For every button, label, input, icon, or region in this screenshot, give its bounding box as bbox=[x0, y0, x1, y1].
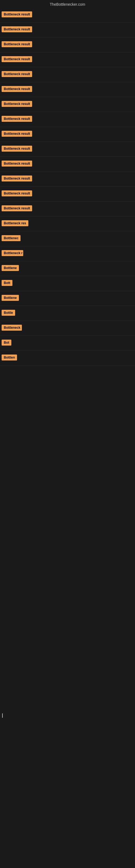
list-item: Bottleneck result bbox=[0, 187, 135, 202]
bottleneck-result-badge[interactable]: Bottleneck bbox=[2, 325, 22, 331]
list-item: Bottleneck result bbox=[0, 97, 135, 112]
list-item: Bottleneck result bbox=[0, 52, 135, 67]
list-item: Bottleneck result bbox=[0, 127, 135, 142]
list-item: Bottleneck result bbox=[0, 172, 135, 187]
bottleneck-result-badge[interactable]: Bottlen bbox=[2, 354, 17, 361]
list-item: Bottle bbox=[0, 306, 135, 321]
bottleneck-result-badge[interactable]: Bottlenec bbox=[2, 235, 20, 241]
list-item: Bottlen bbox=[0, 351, 135, 366]
list-item: Bottlenec bbox=[0, 231, 135, 246]
list-item: Bottleneck result bbox=[0, 112, 135, 127]
bottleneck-result-badge[interactable]: Bottleneck result bbox=[2, 56, 32, 62]
bottleneck-result-badge[interactable]: Bottleneck result bbox=[2, 176, 32, 182]
bottleneck-result-badge[interactable]: Bottleneck result bbox=[2, 161, 32, 166]
bottleneck-result-badge[interactable]: Bottleneck result bbox=[2, 190, 32, 196]
list-item: Bottlene bbox=[0, 291, 135, 306]
bottleneck-result-badge[interactable]: Bottleneck result bbox=[2, 205, 32, 211]
bottleneck-result-badge[interactable]: Bottlene bbox=[2, 265, 19, 271]
cursor-line bbox=[2, 713, 3, 718]
list-item: Bottleneck result bbox=[0, 23, 135, 37]
list-item: Bott bbox=[0, 276, 135, 291]
rows-container: Bottleneck resultBottleneck resultBottle… bbox=[0, 8, 135, 366]
list-item: Bottleneck result bbox=[0, 37, 135, 52]
bottleneck-result-badge[interactable]: Bottleneck result bbox=[2, 101, 32, 107]
bottleneck-result-badge[interactable]: Bottleneck result bbox=[2, 71, 32, 77]
bottleneck-result-badge[interactable]: Bottleneck result bbox=[2, 116, 32, 122]
list-item: Bottlene bbox=[0, 261, 135, 276]
bottleneck-result-badge[interactable]: Bottleneck result bbox=[2, 41, 32, 47]
list-item: Bottleneck result bbox=[0, 82, 135, 97]
list-item: Bottleneck result bbox=[0, 67, 135, 82]
bottleneck-result-badge[interactable]: Bottleneck res bbox=[2, 220, 28, 226]
bottleneck-result-badge[interactable]: Bottleneck r bbox=[2, 250, 23, 256]
list-item: Bottleneck res bbox=[0, 216, 135, 231]
bottleneck-result-badge[interactable]: Bottleneck result bbox=[2, 146, 32, 152]
list-item: Bottleneck result bbox=[0, 8, 135, 23]
site-title: TheBottlenecker.com bbox=[0, 0, 135, 8]
bottleneck-result-badge[interactable]: Bottle bbox=[2, 310, 15, 316]
list-item: Bottleneck result bbox=[0, 202, 135, 216]
bottleneck-result-badge[interactable]: Bott bbox=[2, 280, 12, 286]
list-item: Bottleneck r bbox=[0, 246, 135, 261]
bottleneck-result-badge[interactable]: Bottleneck result bbox=[2, 26, 32, 32]
list-item: Bottleneck bbox=[0, 321, 135, 336]
bottleneck-result-badge[interactable]: Bottleneck result bbox=[2, 131, 32, 137]
bottleneck-result-badge[interactable]: Bottlene bbox=[2, 295, 19, 301]
bottleneck-result-badge[interactable]: Bot bbox=[2, 340, 11, 346]
bottleneck-result-badge[interactable]: Bottleneck result bbox=[2, 86, 32, 92]
list-item: Bot bbox=[0, 336, 135, 351]
list-item: Bottleneck result bbox=[0, 157, 135, 172]
bottleneck-result-badge[interactable]: Bottleneck result bbox=[2, 11, 32, 18]
list-item: Bottleneck result bbox=[0, 142, 135, 157]
